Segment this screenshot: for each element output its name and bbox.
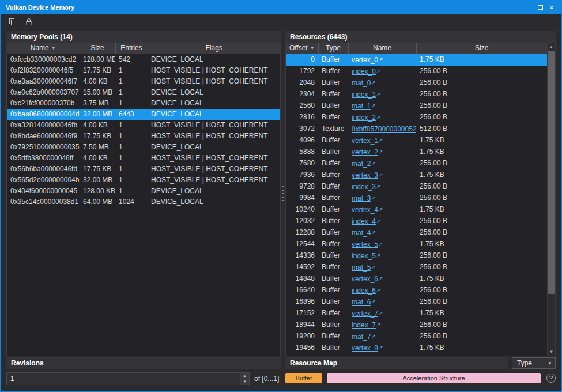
memory-pool-row[interactable]: 0x8bdae600000046f917.75 KB1HOST_VISIBLE … — [7, 131, 280, 142]
resource-link[interactable]: mat_1↗ — [352, 102, 376, 110]
column-header-entries[interactable]: Entries — [115, 43, 148, 54]
resource-link[interactable]: mat_2↗ — [352, 160, 376, 168]
resource-link[interactable]: vertex_4↗ — [352, 206, 383, 214]
cell-flags: HOST_VISIBLE | HOST_COHERENT — [148, 153, 280, 164]
resource-row[interactable]: 2816Bufferindex_2↗256.00 B — [286, 112, 547, 123]
resource-row[interactable]: 12032Bufferindex_4↗256.00 B — [286, 216, 547, 227]
memory-pool-row[interactable]: 0xe3aa3000000046f74.00 KB1HOST_VISIBLE |… — [7, 76, 280, 87]
memory-pool-row[interactable]: 0x5dfb3800000046ff4.00 KB1HOST_VISIBLE |… — [7, 153, 280, 164]
scrollbar-thumb[interactable] — [548, 51, 555, 294]
resource-link[interactable]: mat_4↗ — [352, 229, 376, 237]
resource-link[interactable]: 0xbff8570000000052↗ — [352, 125, 416, 133]
resource-link[interactable]: index_5↗ — [352, 252, 381, 260]
resource-link[interactable]: index_2↗ — [352, 114, 381, 122]
scrollbar-track[interactable] — [548, 51, 555, 348]
column-header-offset[interactable]: Offset▼ — [286, 43, 318, 54]
resource-map-type-select[interactable]: Type ▼ — [512, 357, 556, 369]
resource-row[interactable]: 14336Bufferindex_5↗256.00 B — [286, 250, 547, 262]
resource-link[interactable]: mat_0↗ — [352, 79, 376, 87]
resource-row[interactable]: 21248Bufferindex_8↗256.00 B — [286, 354, 547, 356]
resource-link[interactable]: vertex_8↗ — [352, 344, 383, 352]
resource-link[interactable]: mat_6↗ — [352, 298, 376, 306]
close-button[interactable]: ✕ — [546, 2, 557, 13]
resource-link[interactable]: vertex_2↗ — [352, 148, 383, 156]
resource-link[interactable]: index_0↗ — [352, 67, 381, 76]
lock-button[interactable] — [22, 16, 36, 28]
memory-pool-row[interactable]: 0xf2f83200000046f517.75 KB1HOST_VISIBLE … — [7, 65, 280, 76]
column-header-name[interactable]: Name▼ — [7, 43, 80, 54]
float-button[interactable] — [534, 2, 546, 13]
column-header-size[interactable]: Size — [416, 43, 547, 54]
memory-pool-row[interactable]: 0x404f600000000045128.00 KB1DEVICE_LOCAL — [7, 186, 280, 197]
memory-pool-row[interactable]: 0x35c14c00000038d164.00 MB1024DEVICE_LOC… — [7, 197, 280, 208]
memory-pool-row[interactable]: 0xe0c62b000000370715.00 MB1DEVICE_LOCAL — [7, 87, 280, 98]
scroll-up-icon[interactable]: ▲ — [548, 43, 555, 51]
resource-link[interactable]: index_4↗ — [352, 217, 381, 225]
resource-link[interactable]: vertex_5↗ — [352, 240, 383, 248]
column-header-name[interactable]: Name — [348, 43, 416, 54]
column-header-flags[interactable]: Flags — [148, 43, 280, 54]
memory-pool-row[interactable]: 0xfccb330000003cd2128.00 MB542DEVICE_LOC… — [7, 54, 280, 65]
spin-up-icon[interactable]: ▲ — [240, 373, 249, 379]
resource-row[interactable]: 9984Buffermat_3↗256.00 B — [286, 193, 547, 204]
memory-pool-row[interactable]: 0xbaa068000000004d32.00 MB6443DEVICE_LOC… — [7, 109, 280, 120]
revision-range-label: of [0...1] — [254, 375, 279, 383]
resource-row[interactable]: 12288Buffermat_4↗256.00 B — [286, 227, 547, 239]
resource-row[interactable]: 4096Buffervertex_1↗1.75 KB — [286, 135, 547, 146]
resource-link[interactable]: vertex_6↗ — [352, 275, 383, 283]
resource-row[interactable]: 19456Buffervertex_8↗1.75 KB — [286, 342, 547, 354]
scroll-down-icon[interactable]: ▼ — [548, 348, 555, 356]
resource-row[interactable]: 17152Buffervertex_7↗1.75 KB — [286, 308, 547, 319]
spin-down-icon[interactable]: ▼ — [240, 379, 249, 385]
resource-link[interactable]: index_1↗ — [352, 91, 381, 99]
memory-pool-row[interactable]: 0xa3281400000046fb4.00 KB1HOST_VISIBLE |… — [7, 120, 280, 131]
external-link-icon: ↗ — [371, 77, 376, 88]
resource-link[interactable]: vertex_7↗ — [352, 310, 383, 318]
resource-row[interactable]: 7936Buffervertex_3↗1.75 KB — [286, 169, 547, 181]
titlebar[interactable]: Vulkan Device Memory ✕ — [1, 1, 561, 14]
resource-link[interactable]: mat_3↗ — [352, 194, 376, 202]
copy-button[interactable] — [6, 16, 20, 28]
resource-link[interactable]: index_8↗ — [352, 356, 381, 356]
resource-row[interactable]: 16896Buffermat_6↗256.00 B — [286, 296, 547, 308]
resource-row[interactable]: 14592Buffermat_5↗256.00 B — [286, 262, 547, 273]
resource-row[interactable]: 0Buffervertex_0↗1.75 KB — [286, 54, 547, 66]
resource-link[interactable]: mat_7↗ — [352, 333, 376, 341]
resource-link[interactable]: vertex_3↗ — [352, 171, 383, 179]
help-icon[interactable]: ? — [546, 374, 556, 383]
resource-link[interactable]: vertex_1↗ — [352, 137, 383, 145]
revision-input[interactable] — [7, 373, 240, 385]
memory-pool-row[interactable]: 0x79251000000000357.50 MB1DEVICE_LOCAL — [7, 142, 280, 153]
resource-row[interactable]: 3072Texture0xbff8570000000052↗512.00 B — [286, 123, 547, 135]
resource-link[interactable]: vertex_0↗ — [352, 56, 383, 64]
resource-row[interactable]: 18944Bufferindex_7↗256.00 B — [286, 319, 547, 331]
resource-row[interactable]: 1792Bufferindex_0↗256.00 B — [286, 66, 547, 77]
resource-row[interactable]: 16640Bufferindex_6↗256.00 B — [286, 285, 547, 296]
legend-chip-acceleration-structure[interactable]: Acceleration Structure — [327, 373, 541, 383]
resource-row[interactable]: 9728Bufferindex_3↗256.00 B — [286, 181, 547, 193]
resource-row[interactable]: 14848Buffervertex_6↗1.75 KB — [286, 273, 547, 285]
resource-row[interactable]: 2304Bufferindex_1↗256.00 B — [286, 89, 547, 100]
resource-row[interactable]: 10240Buffervertex_4↗1.75 KB — [286, 204, 547, 216]
memory-pool-row[interactable]: 0xc21fcf000000370b3.75 MB1DEVICE_LOCAL — [7, 98, 280, 109]
panel-splitter[interactable] — [281, 31, 285, 356]
cell-offset: 2816 — [286, 112, 318, 123]
resources-scrollbar[interactable]: ▲ ▼ — [547, 43, 555, 356]
resource-row[interactable]: 19200Buffermat_7↗256.00 B — [286, 331, 547, 342]
cell-name: 0xbff8570000000052↗ — [348, 123, 416, 135]
resource-row[interactable]: 12544Buffervertex_5↗1.75 KB — [286, 239, 547, 250]
column-header-size[interactable]: Size — [80, 43, 115, 54]
legend-chip-buffer[interactable]: Buffer — [285, 373, 322, 383]
cell-name: vertex_1↗ — [348, 135, 416, 146]
memory-pool-row[interactable]: 0x56b6ba00000046fd17.75 KB1HOST_VISIBLE … — [7, 164, 280, 175]
resource-row[interactable]: 2048Buffermat_0↗256.00 B — [286, 77, 547, 89]
resource-link[interactable]: index_3↗ — [352, 183, 381, 191]
resource-link[interactable]: mat_5↗ — [352, 263, 376, 272]
resource-link[interactable]: index_7↗ — [352, 321, 381, 329]
resource-row[interactable]: 2560Buffermat_1↗256.00 B — [286, 100, 547, 112]
resource-row[interactable]: 7680Buffermat_2↗256.00 B — [286, 158, 547, 169]
memory-pool-row[interactable]: 0x565d2e000000004b32.00 MB1HOST_VISIBLE … — [7, 175, 280, 186]
resource-row[interactable]: 5888Buffervertex_2↗1.75 KB — [286, 146, 547, 158]
resource-link[interactable]: index_6↗ — [352, 287, 381, 295]
column-header-type[interactable]: Type — [318, 43, 348, 54]
